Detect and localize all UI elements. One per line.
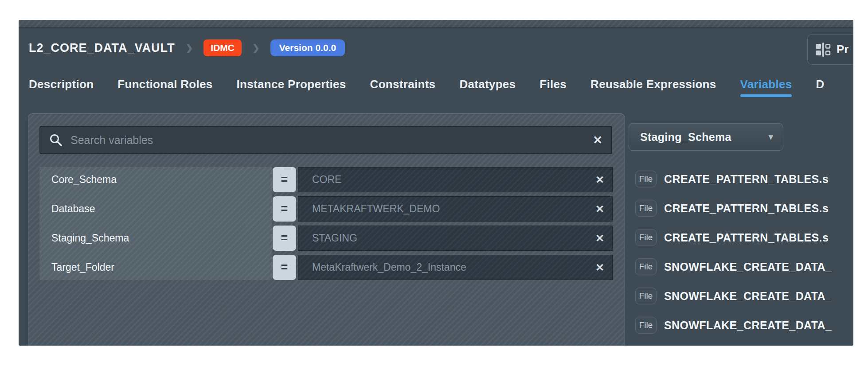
clear-search-icon[interactable]: ✕ xyxy=(593,134,602,146)
file-list-item[interactable]: File CREATE_PATTERN_TABLES.s xyxy=(635,171,829,187)
variable-selector-dropdown[interactable]: Staging_Schema ▾ xyxy=(629,123,783,151)
file-list-item[interactable]: File CREATE_PATTERN_TABLES.s xyxy=(635,229,829,246)
tab-bar: Description Functional Roles Instance Pr… xyxy=(29,77,825,97)
tab-next-clipped[interactable]: D xyxy=(816,77,824,97)
file-type-badge: File xyxy=(635,200,657,217)
file-type-badge: File xyxy=(635,171,657,187)
equals-operator: = xyxy=(273,255,296,280)
search-icon xyxy=(49,133,63,147)
equals-operator: = xyxy=(273,226,296,251)
tab-variables[interactable]: Variables xyxy=(740,77,792,97)
variable-name: Target_Folder xyxy=(39,255,272,280)
tab-instance-properties[interactable]: Instance Properties xyxy=(237,77,346,97)
tab-functional-roles[interactable]: Functional Roles xyxy=(117,77,212,97)
chevron-right-icon: ❯ xyxy=(186,43,193,53)
file-name: SNOWFLAKE_CREATE_DATA_ xyxy=(664,290,832,303)
variables-panel: ✕ Core_Schema Database Staging_Schema Ta… xyxy=(28,113,625,346)
equals-operator: = xyxy=(273,196,296,222)
file-type-badge: File xyxy=(635,288,657,304)
file-list-item[interactable]: File CREATE_PATTERN_TABLES.s xyxy=(635,200,829,217)
variable-value: CORE xyxy=(312,174,595,186)
search-input[interactable] xyxy=(70,133,586,147)
variable-name: Core_Schema xyxy=(39,167,272,192)
file-name: CREATE_PATTERN_TABLES.s xyxy=(664,231,829,244)
clear-value-icon[interactable]: ✕ xyxy=(595,233,604,244)
page-title: L2_CORE_DATA_VAULT xyxy=(29,41,175,55)
clear-value-icon[interactable]: ✕ xyxy=(595,262,604,273)
breadcrumb: L2_CORE_DATA_VAULT ❯ IDMC ❯ Version 0.0.… xyxy=(29,39,345,57)
file-list-item[interactable]: File SNOWFLAKE_CREATE_DATA_ xyxy=(635,258,832,275)
equals-operator: = xyxy=(273,167,296,192)
variable-value-field[interactable]: STAGING ✕ xyxy=(298,226,613,251)
file-type-badge: File xyxy=(635,258,657,275)
file-list-item[interactable]: File SNOWFLAKE_CREATE_DATA_ xyxy=(635,317,832,334)
file-name: SNOWFLAKE_CREATE_DATA_ xyxy=(664,261,832,273)
file-name: CREATE_PATTERN_TABLES.s xyxy=(664,202,829,215)
variable-value-field[interactable]: CORE ✕ xyxy=(298,167,613,192)
tab-constraints[interactable]: Constraints xyxy=(370,77,436,97)
application-window: L2_CORE_DATA_VAULT ❯ IDMC ❯ Version 0.0.… xyxy=(19,20,853,346)
file-name: CREATE_PATTERN_TABLES.s xyxy=(664,173,829,186)
variable-name: Staging_Schema xyxy=(39,226,272,251)
caret-down-icon: ▾ xyxy=(768,132,773,142)
variable-value: METAKRAFTWERK_DEMO xyxy=(312,203,595,215)
file-type-badge: File xyxy=(635,229,657,246)
selected-variable-label: Staging_Schema xyxy=(640,131,731,144)
variable-value-field[interactable]: METAKRAFTWERK_DEMO ✕ xyxy=(298,196,613,222)
file-list-item[interactable]: File SNOWFLAKE_CREATE_DATA_ xyxy=(635,288,832,304)
search-bar: ✕ xyxy=(39,126,612,154)
layout-properties-icon xyxy=(816,43,831,57)
properties-button-label: Pr xyxy=(837,43,848,56)
file-name: SNOWFLAKE_CREATE_DATA_ xyxy=(664,319,832,332)
variable-value-field[interactable]: MetaKraftwerk_Demo_2_Instance ✕ xyxy=(298,255,613,280)
idmc-badge: IDMC xyxy=(203,39,242,56)
tab-datatypes[interactable]: Datatypes xyxy=(459,77,516,97)
file-type-badge: File xyxy=(635,317,657,334)
clear-value-icon[interactable]: ✕ xyxy=(595,175,604,185)
variable-value: MetaKraftwerk_Demo_2_Instance xyxy=(312,261,595,273)
properties-button[interactable]: Pr xyxy=(807,34,853,65)
tab-reusable-expressions[interactable]: Reusable Expressions xyxy=(590,77,716,97)
clear-value-icon[interactable]: ✕ xyxy=(595,204,604,214)
version-badge: Version 0.0.0 xyxy=(270,39,345,56)
tab-files[interactable]: Files xyxy=(540,77,567,97)
variable-name-column: Core_Schema Database Staging_Schema Targ… xyxy=(39,167,272,280)
window-titlebar xyxy=(19,20,853,28)
variable-value: STAGING xyxy=(312,232,595,244)
chevron-right-icon: ❯ xyxy=(252,43,260,53)
tab-description[interactable]: Description xyxy=(29,77,94,97)
variable-name: Database xyxy=(39,196,272,222)
